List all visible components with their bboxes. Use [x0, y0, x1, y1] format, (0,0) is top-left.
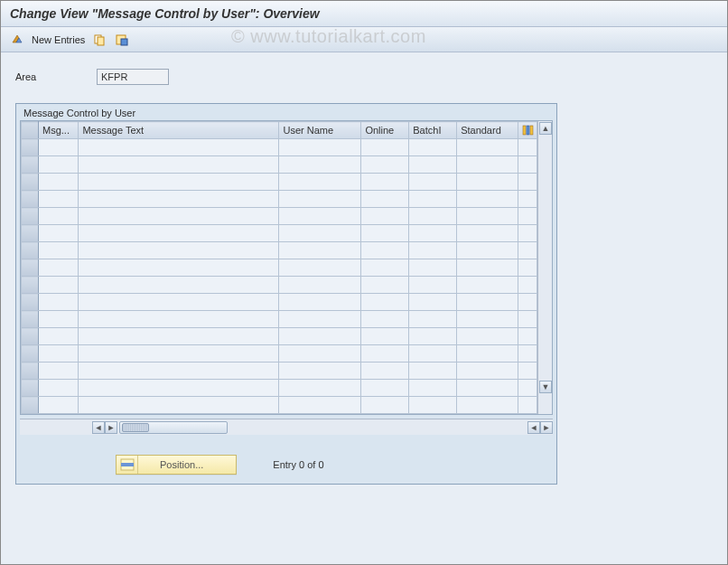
toggle-icon[interactable] [10, 33, 24, 47]
table-row[interactable] [22, 277, 537, 294]
cell-online[interactable] [361, 174, 409, 191]
cell-standard[interactable] [457, 191, 518, 208]
cell-msg[interactable] [39, 294, 79, 311]
row-selector[interactable] [22, 156, 39, 174]
cell-online[interactable] [361, 242, 409, 259]
cell-standard[interactable] [457, 259, 518, 277]
cell-online[interactable] [361, 345, 409, 363]
cell-user-name[interactable] [279, 294, 361, 311]
cell-batchi[interactable] [409, 294, 457, 311]
cell-standard[interactable] [457, 174, 518, 191]
table-row[interactable] [22, 225, 537, 242]
row-selector[interactable] [22, 363, 39, 380]
row-selector[interactable] [22, 345, 39, 363]
table-row[interactable] [22, 191, 537, 208]
table-row[interactable] [22, 311, 537, 328]
cell-message-text[interactable] [79, 208, 279, 225]
cell-user-name[interactable] [279, 380, 361, 397]
table-row[interactable] [22, 156, 537, 174]
col-batchi[interactable]: BatchI [409, 122, 457, 139]
cell-msg[interactable] [39, 311, 79, 328]
cell-batchi[interactable] [409, 174, 457, 191]
cell-batchi[interactable] [409, 156, 457, 174]
cell-message-text[interactable] [79, 259, 279, 277]
cell-standard[interactable] [457, 208, 518, 225]
cell-batchi[interactable] [409, 345, 457, 363]
cell-standard[interactable] [457, 225, 518, 242]
cell-standard[interactable] [457, 328, 518, 345]
cell-user-name[interactable] [279, 328, 361, 345]
scroll-up-button[interactable]: ▲ [539, 122, 552, 135]
row-selector[interactable] [22, 380, 39, 397]
vertical-scrollbar[interactable]: ▲ ▼ [537, 121, 552, 414]
row-selector[interactable] [22, 328, 39, 345]
cell-online[interactable] [361, 225, 409, 242]
cell-msg[interactable] [39, 363, 79, 380]
cell-msg[interactable] [39, 380, 79, 397]
cell-batchi[interactable] [409, 397, 457, 414]
cell-user-name[interactable] [279, 397, 361, 414]
cell-standard[interactable] [457, 311, 518, 328]
cell-user-name[interactable] [279, 208, 361, 225]
cell-msg[interactable] [39, 345, 79, 363]
row-selector[interactable] [22, 139, 39, 156]
table-row[interactable] [22, 242, 537, 259]
cell-online[interactable] [361, 156, 409, 174]
horizontal-scrollbar[interactable]: ◄ ► ◄ ► [20, 419, 553, 435]
table-row[interactable] [22, 345, 537, 363]
cell-standard[interactable] [457, 156, 518, 174]
cell-msg[interactable] [39, 328, 79, 345]
cell-user-name[interactable] [279, 345, 361, 363]
row-selector[interactable] [22, 191, 39, 208]
row-selector[interactable] [22, 225, 39, 242]
cell-message-text[interactable] [79, 242, 279, 259]
col-user-name[interactable]: User Name [279, 122, 361, 139]
scroll-left-end-button[interactable]: ◄ [527, 421, 540, 434]
cell-user-name[interactable] [279, 174, 361, 191]
cell-message-text[interactable] [79, 225, 279, 242]
hscroll-thumb[interactable] [122, 423, 149, 432]
delete-icon[interactable] [114, 33, 128, 47]
cell-batchi[interactable] [409, 328, 457, 345]
cell-standard[interactable] [457, 277, 518, 294]
col-msg[interactable]: Msg... [39, 122, 79, 139]
cell-online[interactable] [361, 208, 409, 225]
cell-message-text[interactable] [79, 174, 279, 191]
cell-msg[interactable] [39, 242, 79, 259]
row-selector[interactable] [22, 242, 39, 259]
cell-message-text[interactable] [79, 345, 279, 363]
cell-standard[interactable] [457, 380, 518, 397]
cell-message-text[interactable] [79, 191, 279, 208]
row-selector[interactable] [22, 259, 39, 277]
cell-batchi[interactable] [409, 277, 457, 294]
scroll-left-button[interactable]: ◄ [92, 421, 105, 434]
cell-online[interactable] [361, 277, 409, 294]
cell-batchi[interactable] [409, 363, 457, 380]
row-selector[interactable] [22, 277, 39, 294]
cell-batchi[interactable] [409, 380, 457, 397]
select-all-header[interactable] [22, 122, 39, 139]
cell-batchi[interactable] [409, 139, 457, 156]
cell-online[interactable] [361, 139, 409, 156]
cell-standard[interactable] [457, 397, 518, 414]
cell-message-text[interactable] [79, 277, 279, 294]
cell-user-name[interactable] [279, 191, 361, 208]
new-entries-button[interactable]: New Entries [32, 34, 85, 45]
scroll-right-button[interactable]: ► [540, 421, 553, 434]
cell-msg[interactable] [39, 156, 79, 174]
cell-online[interactable] [361, 397, 409, 414]
hscroll-track[interactable] [119, 421, 228, 434]
col-message-text[interactable]: Message Text [79, 122, 279, 139]
cell-message-text[interactable] [79, 380, 279, 397]
table-row[interactable] [22, 380, 537, 397]
cell-msg[interactable] [39, 191, 79, 208]
cell-message-text[interactable] [79, 363, 279, 380]
area-input[interactable] [97, 69, 169, 85]
scroll-down-button[interactable]: ▼ [539, 381, 552, 393]
cell-message-text[interactable] [79, 294, 279, 311]
configure-columns-button[interactable] [518, 122, 537, 139]
table-row[interactable] [22, 259, 537, 277]
table-row[interactable] [22, 174, 537, 191]
cell-user-name[interactable] [279, 259, 361, 277]
cell-user-name[interactable] [279, 277, 361, 294]
